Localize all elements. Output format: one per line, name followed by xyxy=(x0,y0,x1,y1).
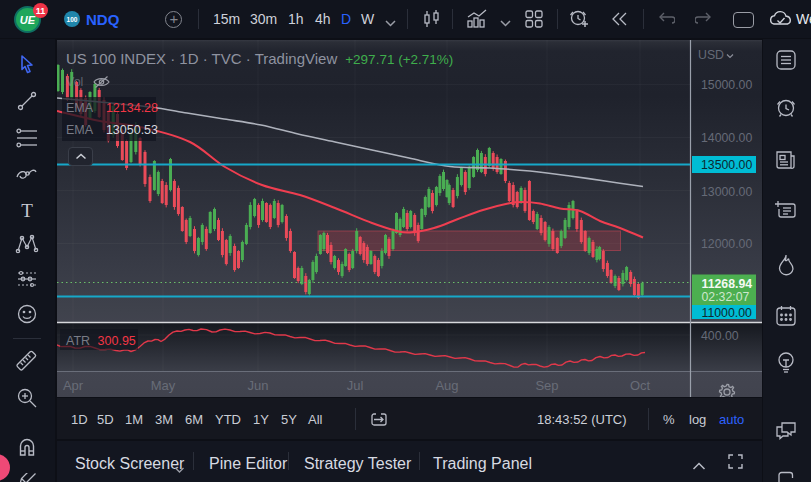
svg-text:13500.00: 13500.00 xyxy=(701,158,752,172)
svg-text:Sep: Sep xyxy=(535,378,558,393)
svg-text:15000.00: 15000.00 xyxy=(701,78,752,92)
svg-text:Apr: Apr xyxy=(63,378,84,393)
svg-text:Jun: Jun xyxy=(248,378,269,393)
svg-text:13000.00: 13000.00 xyxy=(701,185,752,199)
svg-text:12000.00: 12000.00 xyxy=(701,237,752,251)
svg-text:Aug: Aug xyxy=(435,378,458,393)
svg-text:14000.00: 14000.00 xyxy=(701,131,752,145)
svg-text:Oct: Oct xyxy=(630,378,651,393)
svg-text:400.00: 400.00 xyxy=(701,329,739,343)
svg-text:USD: USD xyxy=(698,48,724,62)
svg-text:May: May xyxy=(151,378,176,393)
svg-text:02:32:07: 02:32:07 xyxy=(702,290,750,304)
svg-text:Jul: Jul xyxy=(347,378,364,393)
svg-text:11000.00: 11000.00 xyxy=(702,306,753,320)
